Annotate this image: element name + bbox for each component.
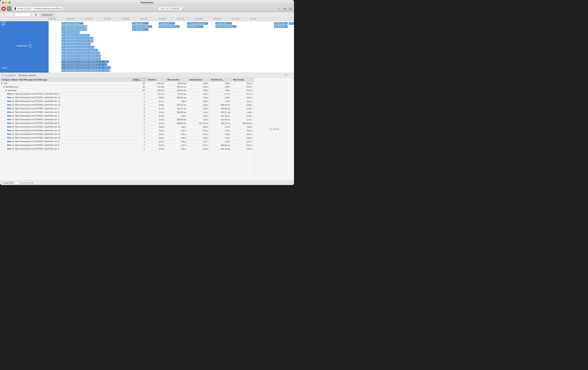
table-row[interactable]: ▶ url: https://lorempixel.com/375/300/, … — [0, 92, 254, 96]
url-bar-4[interactable]: url: https://lorempixel.com/375/300/, in… — [61, 34, 90, 37]
url-bar-23[interactable]: url: https://lore... — [187, 25, 203, 28]
url-bar-19[interactable]: url: https://lore... — [132, 28, 148, 31]
row-label: ▶ url: https://lorempixel.com/375/300/, … — [0, 103, 132, 107]
row-label: ▼ fetchResource — [0, 85, 132, 89]
record-button[interactable] — [1, 6, 6, 11]
url-bar-3[interactable]: url: https://lorempixel.com/37... — [61, 31, 80, 34]
url-bar-8[interactable]: url: https://lorempixel.com/375/400/, in… — [61, 46, 94, 48]
table-row[interactable]: ▶ url: https://lorempixel.com/375/200/, … — [0, 96, 254, 100]
table-row[interactable]: ▶ url: https://lorempixel.com/375/400/, … — [0, 144, 254, 147]
breadcrumb-signpost[interactable]: os_signpost — [5, 74, 16, 76]
url-bar-26[interactable]: url: https://lore — [274, 22, 288, 25]
row-count: 42 — [132, 85, 146, 89]
col-header-avg-dur[interactable]: Avg Duration — [188, 78, 210, 82]
table-row[interactable]: ▶ url: https://lorempixel.com/375/200/, … — [0, 133, 254, 136]
tick-10: 00:10.000 — [232, 18, 239, 20]
url-bar-20[interactable]: url: https://lore... — [158, 22, 175, 25]
url-bar-25[interactable]: url: https://lorempixel.co... — [215, 25, 236, 28]
table-row[interactable]: ▼ download421.40 min599.05 ms2.00 s1.86 … — [0, 89, 254, 92]
tick-8: 00:08.000 — [195, 18, 202, 20]
export-button[interactable]: 📄 — [289, 74, 292, 77]
row-duration: 3.80 s — [146, 125, 166, 129]
url-bar-12[interactable]: url: https://lorempixel.com/375/200/, in… — [61, 58, 101, 60]
url-bar-15[interactable]: url: https://lorempixel.com/375/400/, in… — [61, 66, 111, 69]
data-table-wrap[interactable]: Category / Name / Start Message / End Me… — [0, 78, 254, 180]
add-instrument-button[interactable]: + — [277, 6, 282, 11]
add-track-button[interactable]: + — [28, 44, 32, 47]
row-duration: 4.02 s — [146, 129, 166, 133]
url-bar-27[interactable]: url: https://lore — [274, 25, 288, 28]
row-avg-dur: 1.02 s — [188, 118, 210, 122]
url-bar-13[interactable]: url: https://lorempixel.com/375/400/, in… — [61, 61, 109, 63]
col-header-duration[interactable]: Duration — [146, 78, 166, 82]
url-bar-6[interactable]: url: https://lorempixel.com/375/300/, in… — [61, 40, 94, 42]
chevron-right-icon: › — [32, 8, 32, 10]
url-bar-18[interactable]: url: https://lorempixel... — [132, 25, 152, 28]
tab-instruments[interactable]: Instruments — [40, 13, 54, 16]
row-label: ▶ url: https://lorempixel.com/375/200/, … — [0, 133, 132, 136]
info-button[interactable]: ⓘ — [284, 74, 288, 77]
table-row[interactable]: ▶ url: https://lorempixel.com/375/400/, … — [0, 114, 254, 118]
row-std-dev: 1.05 s — [210, 140, 232, 144]
window-title: Instruments — [141, 1, 153, 4]
timeline-ruler: 00:00.000 00:01.000 00:02.000 00:03.000 … — [0, 18, 294, 21]
table-row[interactable]: ▶ url: https://lorempixel.com/375/300/, … — [0, 136, 254, 140]
sidebar-toggle-button[interactable]: ⊟ — [288, 6, 293, 11]
filterbar: 🔍 Track Filter All Instruments — [0, 12, 294, 18]
table-row[interactable]: ▶ url: https://lorempixel.com/375/300/, … — [0, 103, 254, 107]
table-row[interactable]: ▶ url: https://lorempixel.com/375/200/, … — [0, 122, 254, 125]
minimize-button[interactable] — [5, 1, 7, 4]
url-bar-28[interactable]: url: — [289, 22, 294, 25]
table-row[interactable]: ▶ url: https://lorempixel.com/375/400/, … — [0, 118, 254, 122]
pause-button[interactable]: ⏸ — [7, 6, 11, 11]
col-header-std-dev[interactable]: Std Dev Du... — [210, 78, 232, 82]
tab-all[interactable]: All — [32, 13, 40, 16]
row-std-dev: 416.56 ms — [210, 118, 232, 122]
table-row[interactable]: ▶ url: https://lorempixel.com/375/200/, … — [0, 147, 254, 151]
col-header-min-dur[interactable]: Min Duration — [166, 78, 188, 82]
instrument-detail-area[interactable]: ⊙ Instrument Detail — [15, 181, 36, 184]
url-bar-24[interactable]: url: https://lore... — [215, 22, 232, 25]
table-row[interactable]: ▼ * All *431.40 min155.28 μs1.96 s1.86 s… — [0, 82, 254, 85]
input-filter-area: ⊕ Input Filter — [1, 182, 13, 184]
table-row[interactable]: ▶ url: https://lorempixel.com/375/200/, … — [0, 125, 254, 129]
url-bar-0[interactable]: url: https://lorempixel.co... — [61, 22, 84, 25]
row-min-dur: 3.63 s — [166, 136, 188, 140]
url-bar-21[interactable]: url: https://lorempixel.co... — [158, 25, 180, 28]
url-bar-7[interactable]: url: https://lorempixel.com/375/300/, in… — [61, 43, 91, 45]
track-filter-input[interactable]: 🔍 Track Filter — [1, 13, 31, 17]
table-row[interactable]: ▼ fetchResource421.40 min599.05 ms2.00 s… — [0, 85, 254, 89]
url-bar-9[interactable]: url: https://lorempixel.com/375/300/, in… — [61, 49, 98, 51]
row-max-dur: 2.57 s — [232, 144, 254, 147]
row-avg-dur: 1.29 s — [188, 114, 210, 118]
col-header-max-dur[interactable]: Max Durati... — [232, 78, 254, 82]
row-count: 42 — [132, 89, 146, 92]
url-bar-22[interactable]: url: https://lorempixel.co... — [187, 22, 208, 25]
url-bar-1[interactable]: url: https://lorempixel.com/375/40... — [61, 25, 87, 28]
window-layout-button[interactable]: ⊞ — [283, 6, 287, 11]
col-header-count[interactable]: Count — [132, 78, 146, 82]
row-min-dur: 155.28 μs — [166, 82, 188, 85]
url-bar-11[interactable]: url: https://lorempixel.com/375/200/, in… — [61, 55, 101, 57]
signpost-breadcrumb-icon: ⓘ — [2, 74, 4, 77]
table-row[interactable]: ▶ url: https://lorempixel.com/375/300/, … — [0, 140, 254, 144]
url-bar-2[interactable]: url: https://lorempixel.com/375/30... — [61, 28, 87, 31]
close-button[interactable] — [2, 1, 4, 4]
url-bar-14[interactable]: url: https://lorempixel.com/375/200/, in… — [61, 63, 107, 66]
url-bar-5[interactable]: url: https://lorempixel.com/375/200/, in… — [61, 37, 94, 40]
table-row[interactable]: ▶ url: https://lorempixel.com/375/300/, … — [0, 111, 254, 114]
maximize-button[interactable] — [9, 1, 11, 4]
table-row[interactable]: ▶ url: https://lorempixel.com/375/400/, … — [0, 129, 254, 133]
tick-6: 00:06.000 — [158, 18, 166, 20]
row-duration: 2.91 s — [146, 140, 166, 144]
url-bar-16[interactable]: url: https://lorempixel.com/375/200/, in… — [61, 69, 110, 72]
url-bar-17[interactable]: url: https://lore... — [132, 22, 148, 25]
device-selector[interactable]: 📱 iPhone X (12.0) › ⊞ MeasuringPerforman… — [12, 7, 63, 10]
timeline-bars[interactable]: url: https://lorempixel.co...url: https:… — [49, 21, 294, 72]
row-count: 1 — [132, 129, 146, 133]
row-label: ▶ url: https://lorempixel.com/375/300/, … — [0, 140, 132, 144]
input-filter-label: Input Filter — [4, 182, 13, 184]
url-bar-10[interactable]: url: https://lorempixel.com/375/300/, in… — [61, 52, 100, 54]
table-row[interactable]: ▶ url: https://lorempixel.com/375/300/, … — [0, 107, 254, 111]
table-row[interactable]: ▶ url: https://lorempixel.com/375/200/, … — [0, 100, 254, 103]
